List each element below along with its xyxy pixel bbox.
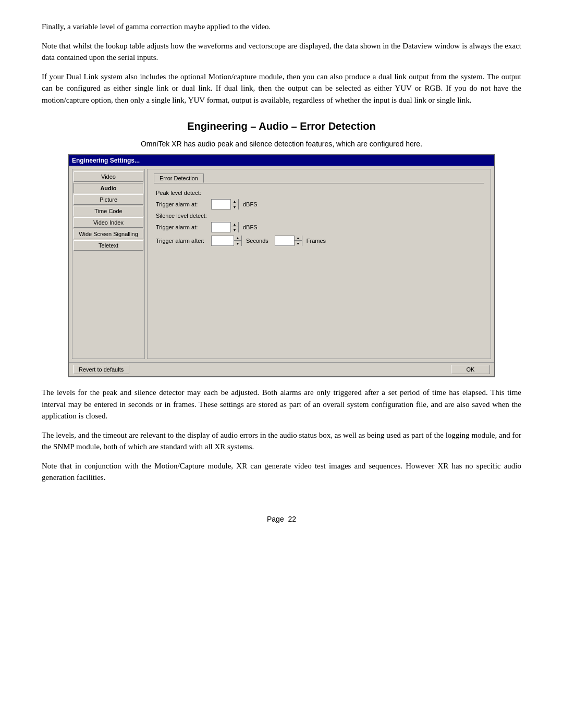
silence-trigger-label: Trigger alarm at:: [156, 224, 208, 230]
silence-value-spinbox[interactable]: -49 ▲ ▼: [211, 222, 239, 232]
main-panel: Error Detection Peak level detect: Trigg…: [147, 169, 491, 359]
trigger-alarm-after-label: Trigger alarm after:: [156, 238, 208, 244]
silence-level-label: Silence level detect:: [156, 213, 482, 219]
seconds-input[interactable]: 0.333: [212, 237, 234, 244]
peak-level-label: Peak level detect:: [156, 190, 482, 196]
frames-input[interactable]: 10: [275, 237, 294, 244]
peak-spinbox-arrows: ▲ ▼: [230, 199, 238, 209]
paragraph-3: If your Dual Link system also includes t…: [42, 71, 521, 106]
sidebar-item-widescreensignalling[interactable]: Wide Screen Signalling: [74, 229, 143, 239]
revert-defaults-button[interactable]: Revert to defaults: [73, 365, 129, 374]
section-heading: Engineering – Audio – Error Detection: [42, 120, 521, 132]
frames-spinbox[interactable]: 10 ▲ ▼: [275, 236, 302, 246]
page-number: 22: [288, 515, 296, 523]
seconds-spinbox[interactable]: 0.333 ▲ ▼: [211, 236, 242, 246]
seconds-spin-down[interactable]: ▼: [234, 241, 241, 246]
tab-bar: Error Detection: [154, 174, 484, 183]
sidebar-item-timecode[interactable]: Time Code: [74, 206, 143, 216]
engineering-settings-dialog: Engineering Settings... Video Audio Pict…: [68, 154, 495, 377]
footer-right: OK: [451, 365, 490, 374]
sidebar-item-audio[interactable]: Audio: [74, 183, 143, 193]
silence-spin-up[interactable]: ▲: [231, 222, 238, 227]
frames-spin-up[interactable]: ▲: [295, 236, 302, 241]
peak-value-spinbox[interactable]: 1 ▲ ▼: [211, 199, 239, 209]
frames-label: Frames: [307, 238, 326, 244]
trigger-alarm-after-row: Trigger alarm after: 0.333 ▲ ▼ Seconds 1…: [156, 236, 482, 246]
sidebar-item-video[interactable]: Video: [74, 171, 143, 182]
settings-area: Peak level detect: Trigger alarm at: 1 ▲…: [154, 188, 484, 354]
silence-unit-label: dBFS: [243, 224, 258, 230]
footer-left: Revert to defaults: [73, 365, 129, 374]
peak-trigger-label: Trigger alarm at:: [156, 201, 208, 207]
seconds-label: Seconds: [246, 238, 268, 244]
seconds-spinbox-arrows: ▲ ▼: [234, 236, 241, 246]
sidebar-item-teletext[interactable]: Teletext: [74, 240, 143, 251]
peak-trigger-row: Trigger alarm at: 1 ▲ ▼ dBFS: [156, 199, 482, 209]
intro-text: OmniTek XR has audio peak and silence de…: [42, 140, 521, 148]
tab-error-detection[interactable]: Error Detection: [154, 174, 204, 183]
peak-value-input[interactable]: 1: [212, 201, 230, 208]
paragraph-6: Note that in conjunction with the Motion…: [42, 460, 521, 484]
silence-value-input[interactable]: -49: [212, 224, 230, 231]
peak-spin-up[interactable]: ▲: [231, 199, 238, 204]
sidebar-item-picture[interactable]: Picture: [74, 194, 143, 205]
sidebar-panel: Video Audio Picture Time Code Video Inde…: [72, 169, 145, 359]
silence-spin-down[interactable]: ▼: [231, 227, 238, 232]
ok-button[interactable]: OK: [451, 365, 490, 374]
silence-spinbox-arrows: ▲ ▼: [230, 222, 238, 232]
sidebar-item-videoindex[interactable]: Video Index: [74, 217, 143, 228]
peak-spin-down[interactable]: ▼: [231, 204, 238, 209]
silence-trigger-row: Trigger alarm at: -49 ▲ ▼ dBFS: [156, 222, 482, 232]
page-footer: Page 22: [42, 515, 521, 523]
dialog-footer: Revert to defaults OK: [69, 362, 494, 376]
frames-spin-down[interactable]: ▼: [295, 241, 302, 246]
seconds-spin-up[interactable]: ▲: [234, 236, 241, 241]
dialog-titlebar: Engineering Settings...: [69, 155, 494, 166]
paragraph-2: Note that whilst the lookup table adjust…: [42, 40, 521, 64]
paragraph-1: Finally, a variable level of gamma corre…: [42, 21, 521, 33]
paragraph-4: The levels for the peak and silence dete…: [42, 387, 521, 422]
page-label: Page: [267, 515, 284, 523]
frames-spinbox-arrows: ▲ ▼: [294, 236, 302, 246]
peak-unit-label: dBFS: [243, 201, 258, 207]
paragraph-5: The levels, and the timeout are relevant…: [42, 429, 521, 453]
